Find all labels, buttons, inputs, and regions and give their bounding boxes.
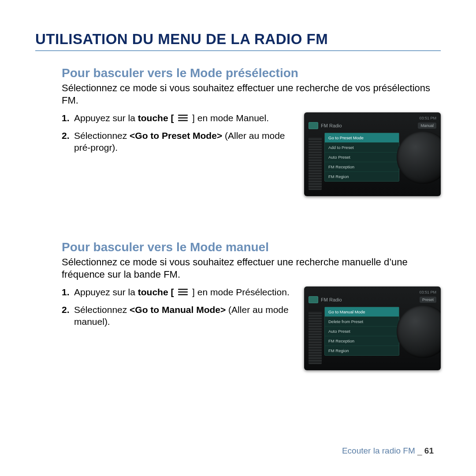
mode-badge: Preset <box>420 297 436 303</box>
mode-badge: Manual <box>418 123 436 129</box>
device-screenshot-manual: 03:51 PM FM Radio Preset Go to Manual Mo… <box>304 286 441 370</box>
hamburger-icon <box>178 113 188 123</box>
step-text: Appuyez sur la touche [ ] en mode Présél… <box>74 286 290 298</box>
device-screenshot-preset: 03:51 PM FM Radio Manual Go to Preset Mo… <box>304 112 441 196</box>
section-title: Pour basculer vers le Mode manuel <box>62 240 441 254</box>
device-menu: Go to Preset Mode Add to Preset Auto Pre… <box>324 133 399 182</box>
device-title-row: FM Radio Preset <box>309 296 436 303</box>
device-app-name: FM Radio <box>321 297 342 302</box>
device-statusbar: 03:51 PM <box>309 290 436 294</box>
step-item: 2. Sélectionnez <Go to Manual Mode> (All… <box>62 304 298 327</box>
device-title-row: FM Radio Manual <box>309 122 436 129</box>
menu-item[interactable]: Auto Preset <box>325 327 399 336</box>
device-time: 03:51 PM <box>419 290 436 294</box>
section-title: Pour basculer vers le Mode présélection <box>62 66 441 80</box>
page-title: UTILISATION DU MENU DE LA RADIO FM <box>35 31 441 51</box>
section-row: 1. Appuyez sur la touche [ ] en mode Pré… <box>62 286 441 370</box>
section-manual-mode: Pour basculer vers le Mode manuel Sélect… <box>35 240 441 370</box>
menu-item[interactable]: Auto Preset <box>325 152 399 162</box>
step-item: 1. Appuyez sur la touche [ ] en mode Man… <box>62 112 298 124</box>
menu-item[interactable]: Add to Preset <box>325 143 399 152</box>
step-item: 2. Sélectionnez <Go to Preset Mode> (All… <box>62 130 298 153</box>
step-text: Appuyez sur la touche [ ] en mode Manuel… <box>74 112 269 124</box>
hamburger-icon <box>178 287 188 297</box>
menu-item-selected[interactable]: Go to Manual Mode <box>325 307 399 317</box>
device-time: 03:51 PM <box>419 116 436 120</box>
device-app-name: FM Radio <box>321 123 342 128</box>
step-number: 2. <box>62 130 74 141</box>
steps-list: 1. Appuyez sur la touche [ ] en mode Man… <box>62 112 298 160</box>
menu-item[interactable]: FM Region <box>325 172 399 181</box>
tuning-dial <box>402 308 436 361</box>
step-text: Sélectionnez <Go to Preset Mode> (Aller … <box>74 130 298 153</box>
steps-list: 1. Appuyez sur la touche [ ] en mode Pré… <box>62 286 298 334</box>
menu-item[interactable]: FM Reception <box>325 162 399 172</box>
menu-item[interactable]: FM Reception <box>325 336 399 346</box>
radio-icon <box>309 122 318 129</box>
section-description: Sélectionnez ce mode si vous souhaitez e… <box>62 256 441 280</box>
section-description: Sélectionnez ce mode si vous souhaitez e… <box>62 82 441 106</box>
manual-page: UTILISATION DU MENU DE LA RADIO FM Pour … <box>0 0 476 476</box>
menu-item[interactable]: Delete from Preset <box>325 317 399 327</box>
device-statusbar: 03:51 PM <box>309 116 436 120</box>
device-body: Go to Manual Mode Delete from Preset Aut… <box>309 306 436 364</box>
radio-icon <box>309 296 318 303</box>
footer-page: 61 <box>424 446 434 455</box>
footer-chapter: Ecouter la radio FM <box>342 446 415 455</box>
footer-separator: _ <box>417 446 422 455</box>
step-number: 2. <box>62 304 74 316</box>
tuning-dial <box>402 134 436 186</box>
step-text: Sélectionnez <Go to Manual Mode> (Aller … <box>74 304 298 327</box>
step-item: 1. Appuyez sur la touche [ ] en mode Pré… <box>62 286 298 298</box>
page-footer: Ecouter la radio FM _ 61 <box>342 446 434 456</box>
radio-panel <box>309 137 322 190</box>
menu-item[interactable]: FM Region <box>325 346 399 355</box>
radio-panel <box>309 311 322 364</box>
step-number: 1. <box>62 112 74 124</box>
section-row: 1. Appuyez sur la touche [ ] en mode Man… <box>62 112 441 196</box>
section-preset-mode: Pour basculer vers le Mode présélection … <box>35 66 441 196</box>
device-body: Go to Preset Mode Add to Preset Auto Pre… <box>309 132 436 190</box>
device-menu: Go to Manual Mode Delete from Preset Aut… <box>324 307 399 356</box>
menu-item-selected[interactable]: Go to Preset Mode <box>325 133 399 143</box>
step-number: 1. <box>62 286 74 298</box>
